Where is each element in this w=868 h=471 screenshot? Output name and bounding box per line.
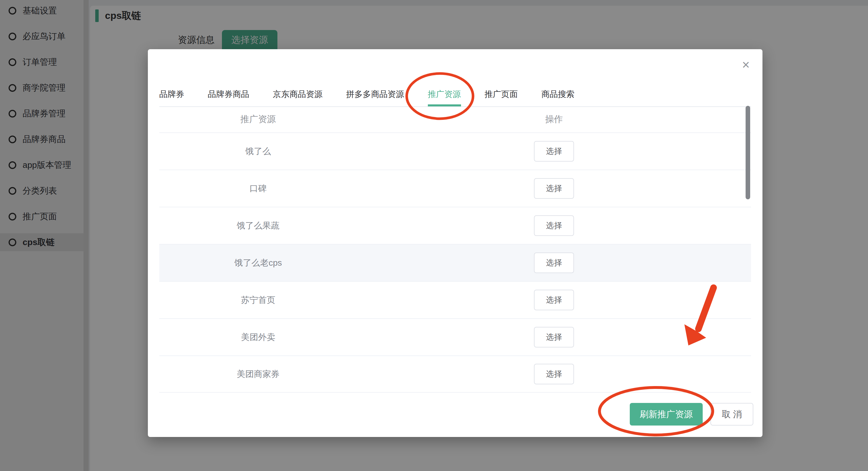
select-button[interactable]: 选择 (534, 178, 574, 199)
select-button[interactable]: 选择 (534, 327, 574, 347)
dialog-tabbar: 品牌券 品牌券商品 京东商品资源 拼多多商品资源 推广资源 推广页面 商品搜索 (159, 89, 751, 107)
dialog-tab-京东商品资源[interactable]: 京东商品资源 (273, 89, 322, 106)
table-row: 美团商家券 选择 (159, 355, 751, 392)
dialog-tab-拼多多商品资源[interactable]: 拼多多商品资源 (346, 89, 404, 106)
cancel-button[interactable]: 取 消 (710, 403, 753, 426)
dialog-tab-推广资源[interactable]: 推广资源 (428, 89, 461, 106)
dialog-tab-品牌券商品[interactable]: 品牌券商品 (208, 89, 249, 106)
select-button[interactable]: 选择 (534, 253, 574, 273)
table-row: 饿了么果蔬 选择 (159, 207, 751, 244)
dialog-tab-商品搜索[interactable]: 商品搜索 (541, 89, 575, 106)
column-header-action: 操作 (357, 113, 751, 125)
table-row: 苏宁首页 选择 (159, 281, 751, 318)
select-button[interactable]: 选择 (534, 290, 574, 310)
table-row: 饿了么 选择 (159, 132, 751, 169)
table-body: 饿了么 选择 口碑 选择 饿了么果蔬 选择 饿了么老cps 选择 苏宁首页 选择… (159, 132, 751, 392)
column-header-resource: 推广资源 (159, 113, 357, 125)
refresh-promotion-resources-button[interactable]: 刷新推广资源 (630, 403, 703, 426)
dialog-tab-推广页面[interactable]: 推广页面 (485, 89, 518, 106)
dialog-tab-品牌券[interactable]: 品牌券 (159, 89, 184, 106)
select-button[interactable]: 选择 (534, 364, 574, 384)
resource-table: 推广资源 操作 饿了么 选择 口碑 选择 饿了么果蔬 选择 饿了么老cps 选择… (159, 106, 751, 392)
select-resource-dialog: × 品牌券 品牌券商品 京东商品资源 拼多多商品资源 推广资源 推广页面 商品搜… (148, 49, 763, 437)
close-icon[interactable]: × (738, 57, 754, 73)
select-button[interactable]: 选择 (534, 215, 574, 236)
table-header-row: 推广资源 操作 (159, 106, 751, 132)
table-row: 口碑 选择 (159, 169, 751, 207)
table-row: 美团外卖 选择 (159, 318, 751, 355)
select-button[interactable]: 选择 (534, 141, 574, 162)
table-scrollbar-thumb[interactable] (746, 106, 750, 199)
table-row: 饿了么老cps 选择 (159, 244, 751, 281)
